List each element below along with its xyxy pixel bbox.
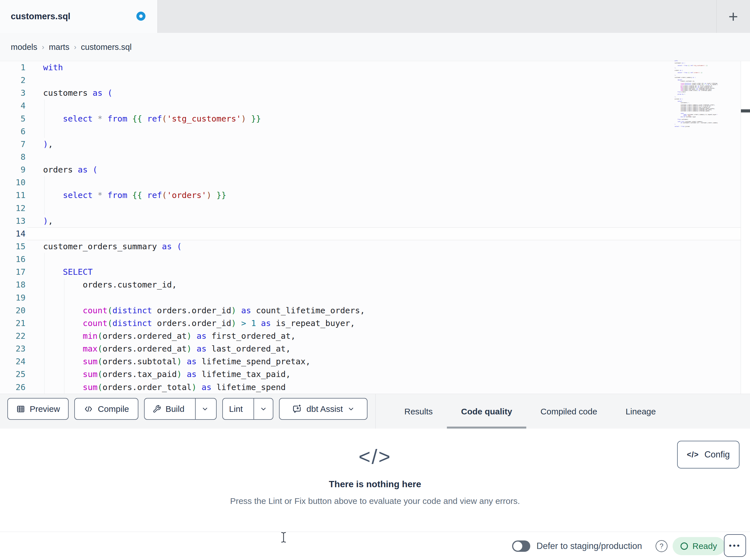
- code-line-text[interactable]: orders.customer_id,: [25, 278, 177, 291]
- code-line-text[interactable]: sum(orders.tax_paid) as lifetime_tax_pai…: [25, 368, 291, 381]
- code-line-text[interactable]: ),: [25, 215, 53, 227]
- code-line[interactable]: 26 sum(orders.order_total) as lifetime_s…: [0, 381, 741, 394]
- code-line[interactable]: 2: [0, 74, 741, 87]
- line-number[interactable]: 14: [0, 227, 25, 240]
- code-line[interactable]: 3customers as (: [0, 87, 741, 99]
- line-number[interactable]: 22: [0, 330, 25, 343]
- code-line[interactable]: 14: [0, 227, 741, 240]
- line-number[interactable]: 8: [0, 151, 25, 163]
- line-number[interactable]: 21: [0, 317, 25, 330]
- defer-toggle[interactable]: [512, 540, 530, 552]
- code-line-text[interactable]: SELECT: [25, 266, 93, 278]
- build-button[interactable]: Build: [146, 398, 191, 419]
- breadcrumb-file: customers.sql: [81, 42, 132, 52]
- line-number[interactable]: 1: [0, 61, 25, 74]
- compile-button[interactable]: Compile: [74, 398, 138, 420]
- tab-strip: customers.sql +: [0, 0, 750, 33]
- tab-code-quality[interactable]: Code quality: [447, 394, 526, 429]
- code-line-text[interactable]: max(orders.ordered_at) as last_ordered_a…: [25, 343, 291, 355]
- code-line[interactable]: 16: [0, 253, 741, 266]
- code-line-text[interactable]: ),: [25, 138, 53, 151]
- code-line[interactable]: 22 min(orders.ordered_at) as first_order…: [0, 330, 741, 343]
- code-line-text[interactable]: select * from {{ ref('orders') }}: [25, 189, 226, 202]
- line-number[interactable]: 19: [0, 291, 25, 304]
- line-number[interactable]: 26: [0, 381, 25, 394]
- dbt-assist-button[interactable]: dbt Assist: [279, 398, 368, 420]
- line-number[interactable]: 24: [0, 355, 25, 368]
- code-line[interactable]: 1with: [0, 61, 741, 74]
- code-line[interactable]: 9orders as (: [0, 163, 741, 176]
- line-number[interactable]: 16: [0, 253, 25, 266]
- new-tab-button[interactable]: +: [716, 0, 750, 33]
- line-number[interactable]: 18: [0, 278, 25, 291]
- status-label: Ready: [692, 541, 717, 551]
- help-icon[interactable]: ?: [656, 540, 668, 552]
- code-line-text[interactable]: min(orders.ordered_at) as first_ordered_…: [25, 330, 296, 343]
- code-line-text[interactable]: customers as (: [25, 87, 112, 99]
- line-number[interactable]: 10: [0, 176, 25, 189]
- tab-customers-sql[interactable]: customers.sql: [0, 0, 158, 33]
- code-line[interactable]: 10: [0, 176, 741, 189]
- line-number[interactable]: 17: [0, 266, 25, 278]
- code-line-text[interactable]: count(distinct orders.order_id) > 1 as i…: [25, 317, 355, 330]
- lint-dropdown-button[interactable]: [254, 398, 273, 419]
- tab-lineage[interactable]: Lineage: [611, 394, 670, 429]
- preview-label: Preview: [30, 404, 60, 414]
- code-line[interactable]: 19: [0, 291, 741, 304]
- code-editor[interactable]: 1with23customers as (45 select * from {{…: [0, 61, 741, 394]
- line-number[interactable]: 7: [0, 138, 25, 151]
- line-number[interactable]: 23: [0, 343, 25, 355]
- code-line-text[interactable]: select * from {{ ref('stg_customers') }}: [25, 112, 261, 125]
- toolbar-separator: [375, 394, 376, 429]
- tab-results[interactable]: Results: [390, 394, 447, 429]
- code-line[interactable]: 13),: [0, 215, 741, 227]
- code-line-text[interactable]: sum(orders.order_total) as lifetime_spen…: [25, 381, 286, 394]
- empty-state: </> There is nothing here Press the Lint…: [0, 429, 750, 506]
- breadcrumb-row: models › marts › customers.sql S: [0, 33, 750, 61]
- editor-scroll-rail[interactable]: [741, 61, 750, 394]
- code-line[interactable]: 6: [0, 125, 741, 138]
- code-line[interactable]: 17 SELECT: [0, 266, 741, 278]
- code-line[interactable]: 21 count(distinct orders.order_id) > 1 a…: [0, 317, 741, 330]
- line-number[interactable]: 12: [0, 202, 25, 215]
- code-line[interactable]: 11 select * from {{ ref('orders') }}: [0, 189, 741, 202]
- tab-compiled-code[interactable]: Compiled code: [526, 394, 611, 429]
- code-line-text[interactable]: orders as (: [25, 163, 98, 176]
- lint-button[interactable]: Lint: [223, 398, 249, 419]
- line-number[interactable]: 20: [0, 304, 25, 317]
- line-number[interactable]: 6: [0, 125, 25, 138]
- more-options-button[interactable]: •••: [724, 534, 746, 557]
- breadcrumb-models[interactable]: models: [11, 42, 37, 52]
- line-number[interactable]: 4: [0, 99, 25, 112]
- breadcrumb-marts[interactable]: marts: [49, 42, 70, 52]
- minimap[interactable]: withcustomers as ( select * from {{ ref(…: [675, 60, 718, 128]
- code-line[interactable]: 5 select * from {{ ref('stg_customers') …: [0, 112, 741, 125]
- code-line[interactable]: 4: [0, 99, 741, 112]
- code-line-text[interactable]: with: [25, 61, 63, 74]
- line-number[interactable]: 3: [0, 87, 25, 99]
- line-number[interactable]: 2: [0, 74, 25, 87]
- code-line-text[interactable]: customer_orders_summary as (: [25, 240, 182, 253]
- code-line[interactable]: 20 count(distinct orders.order_id) as co…: [0, 304, 741, 317]
- line-number[interactable]: 5: [0, 112, 25, 125]
- line-number[interactable]: 13: [0, 215, 25, 227]
- build-label: Build: [165, 404, 184, 414]
- code-line[interactable]: 24 sum(orders.subtotal) as lifetime_spen…: [0, 355, 741, 368]
- code-line-text[interactable]: sum(orders.subtotal) as lifetime_spend_p…: [25, 355, 311, 368]
- build-dropdown-button[interactable]: [195, 398, 214, 419]
- code-line-text[interactable]: count(distinct orders.order_id) as count…: [25, 304, 365, 317]
- preview-button[interactable]: Preview: [7, 398, 68, 420]
- config-button[interactable]: </> Config: [677, 441, 739, 469]
- code-line[interactable]: 25 sum(orders.tax_paid) as lifetime_tax_…: [0, 368, 741, 381]
- line-number[interactable]: 25: [0, 368, 25, 381]
- line-number[interactable]: 11: [0, 189, 25, 202]
- line-number[interactable]: 15: [0, 240, 25, 253]
- status-badge[interactable]: Ready: [673, 537, 725, 555]
- code-line[interactable]: 18 orders.customer_id,: [0, 278, 741, 291]
- code-line[interactable]: 15customer_orders_summary as (: [0, 240, 741, 253]
- line-number[interactable]: 9: [0, 163, 25, 176]
- code-line[interactable]: 23 max(orders.ordered_at) as last_ordere…: [0, 343, 741, 355]
- code-line[interactable]: 8: [0, 151, 741, 163]
- code-line[interactable]: 7),: [0, 138, 741, 151]
- code-line[interactable]: 12: [0, 202, 741, 215]
